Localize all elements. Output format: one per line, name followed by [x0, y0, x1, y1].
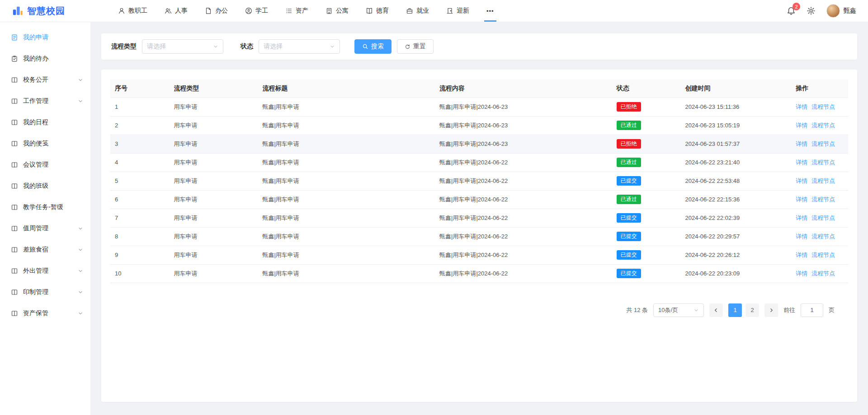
detail-link[interactable]: 详情 — [796, 159, 807, 167]
search-button[interactable]: 搜索 — [354, 39, 392, 54]
table-row: 6用车申请甄鑫|用车申请甄鑫|用车申请|2024-06-22已通过2024-06… — [110, 190, 848, 209]
page-size-select[interactable]: 10条/页 — [653, 303, 704, 317]
nav-item-office[interactable]: 办公 — [196, 0, 236, 22]
created-time: 2024-06-22 23:21:40 — [680, 153, 791, 172]
flow-node-link[interactable]: 流程节点 — [811, 159, 835, 167]
status-filter: 状态 请选择 — [241, 39, 340, 54]
sidebar-item-my-classes[interactable]: 我的班级 — [0, 175, 90, 196]
flow-type: 用车申请 — [170, 98, 258, 116]
table-row: 10用车申请甄鑫|用车申请甄鑫|用车申请|2024-06-22已提交2024-0… — [110, 264, 848, 283]
detail-link[interactable]: 详情 — [796, 214, 807, 222]
nav-item-apartment[interactable]: 公寓 — [317, 0, 357, 22]
created-time: 2024-06-22 22:15:36 — [680, 190, 791, 209]
reset-button-label: 重置 — [413, 42, 426, 51]
sidebar-item-printing-management[interactable]: 印制管理 — [0, 281, 90, 303]
flow-node-link[interactable]: 流程节点 — [811, 196, 835, 204]
flow-node-link[interactable]: 流程节点 — [811, 233, 835, 241]
row-number: 9 — [110, 246, 170, 264]
next-page-button[interactable] — [764, 303, 778, 317]
sidebar-item-my-applications[interactable]: 我的申请 — [0, 27, 90, 48]
menu-icon — [11, 98, 18, 105]
nav-item-student[interactable]: 学工 — [236, 0, 277, 22]
row-number: 8 — [110, 227, 170, 246]
flow-type-select[interactable]: 请选择 — [142, 39, 223, 54]
flow-content: 甄鑫|用车申请|2024-06-22 — [435, 246, 612, 264]
chevron-left-icon — [713, 308, 719, 313]
brand-logo-icon — [12, 5, 24, 17]
chevron-right-icon — [769, 308, 774, 313]
employment-icon — [406, 7, 413, 14]
column-header: 操作 — [791, 79, 848, 98]
detail-link[interactable]: 详情 — [796, 140, 807, 148]
flow-type: 用车申请 — [170, 190, 258, 209]
menu-icon — [11, 161, 18, 168]
flow-node-link[interactable]: 流程节点 — [811, 140, 835, 148]
sidebar-item-label: 资产保管 — [23, 309, 48, 317]
sidebar-item-my-schedule[interactable]: 我的日程 — [0, 112, 90, 133]
chevron-down-icon — [78, 289, 83, 295]
detail-link[interactable]: 详情 — [796, 103, 807, 111]
detail-link[interactable]: 详情 — [796, 121, 807, 130]
user-menu[interactable]: 甄鑫 — [826, 4, 856, 18]
status-badge: 已提交 — [617, 269, 641, 278]
flow-node-link[interactable]: 流程节点 — [811, 270, 835, 278]
flow-node-link[interactable]: 流程节点 — [811, 177, 835, 185]
flow-node-link[interactable]: 流程节点 — [811, 251, 835, 259]
detail-link[interactable]: 详情 — [796, 270, 807, 278]
detail-link[interactable]: 详情 — [796, 251, 807, 259]
asset-icon — [285, 7, 292, 14]
table-row: 9用车申请甄鑫|用车申请甄鑫|用车申请|2024-06-22已提交2024-06… — [110, 246, 848, 264]
flow-content: 甄鑫|用车申请|2024-06-23 — [435, 135, 612, 153]
notifications-button[interactable]: 2 — [787, 6, 796, 15]
detail-link[interactable]: 详情 — [796, 233, 807, 241]
status-badge: 已通过 — [617, 195, 641, 204]
column-header: 创建时间 — [680, 79, 791, 98]
nav-item-employment[interactable]: 就业 — [397, 0, 438, 22]
sidebar-item-my-notes[interactable]: 我的便笺 — [0, 133, 90, 154]
page-button-1[interactable]: 1 — [728, 303, 742, 317]
row-number: 10 — [110, 264, 170, 283]
row-actions: 详情流程节点 — [796, 140, 844, 148]
goto-page-input[interactable] — [801, 303, 823, 317]
nav-item-staff[interactable]: 教职工 — [109, 0, 156, 22]
settings-button[interactable] — [807, 6, 816, 15]
reset-button[interactable]: 重置 — [397, 39, 434, 54]
search-button-label: 搜索 — [371, 42, 384, 51]
sidebar-item-asset-custody[interactable]: 资产保管 — [0, 303, 90, 324]
page-button-2[interactable]: 2 — [745, 303, 759, 317]
nav-item-asset[interactable]: 资产 — [277, 0, 317, 22]
sidebar-item-travel-board[interactable]: 差旅食宿 — [0, 239, 90, 260]
status-select[interactable]: 请选择 — [259, 39, 340, 54]
nav-item-welcome[interactable]: 迎新 — [438, 0, 478, 22]
row-number: 1 — [110, 98, 170, 116]
flow-node-link[interactable]: 流程节点 — [811, 103, 835, 111]
prev-page-button[interactable] — [709, 303, 723, 317]
sidebar-item-school-affairs[interactable]: 校务公开 — [0, 69, 90, 90]
sidebar-item-label: 差旅食宿 — [23, 246, 48, 254]
sidebar: 我的申请我的待办校务公开工作管理我的日程我的便笺会议管理我的班级教学任务-暂缓值… — [0, 22, 90, 415]
detail-link[interactable]: 详情 — [796, 196, 807, 204]
flow-content: 甄鑫|用车申请|2024-06-22 — [435, 153, 612, 172]
detail-link[interactable]: 详情 — [796, 177, 807, 185]
flow-node-link[interactable]: 流程节点 — [811, 214, 835, 222]
nav-item-label: 办公 — [215, 7, 228, 15]
menu-icon — [11, 182, 18, 190]
nav-item-hr[interactable]: 人事 — [156, 0, 196, 22]
row-number: 3 — [110, 135, 170, 153]
sidebar-item-my-todos[interactable]: 我的待办 — [0, 48, 90, 69]
nav-item-moral[interactable]: 德育 — [357, 0, 397, 22]
nav-item-label: 就业 — [416, 7, 429, 15]
sidebar-item-outing-management[interactable]: 外出管理 — [0, 260, 90, 281]
status-badge: 已通过 — [617, 158, 641, 167]
sidebar-item-work-management[interactable]: 工作管理 — [0, 90, 90, 112]
brand-name: 智慧校园 — [27, 5, 65, 17]
flow-title: 甄鑫|用车申请 — [258, 153, 435, 172]
flow-node-link[interactable]: 流程节点 — [811, 121, 835, 130]
sidebar-item-meeting-management[interactable]: 会议管理 — [0, 154, 90, 175]
goto-label: 前往 — [783, 306, 795, 314]
nav-item-more[interactable]: ••• — [478, 0, 503, 22]
sidebar-item-teaching-tasks[interactable]: 教学任务-暂缓 — [0, 196, 90, 218]
nav-item-label: 学工 — [255, 7, 268, 15]
sidebar-item-label: 值周管理 — [23, 224, 48, 233]
sidebar-item-weekly-duty[interactable]: 值周管理 — [0, 218, 90, 239]
